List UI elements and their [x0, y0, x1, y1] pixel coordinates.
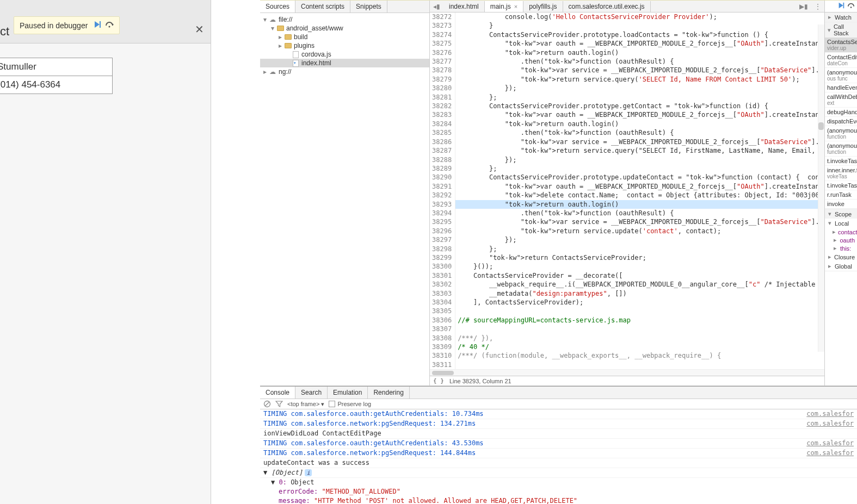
cell-phone: (014) 454-6364: [0, 76, 113, 94]
tree-label: plugins: [294, 42, 315, 49]
tree-item[interactable]: ▸ build: [260, 33, 429, 41]
callstack-frame[interactable]: ContactsServiceProvider.updateContactvid…: [825, 38, 857, 53]
svg-point-1: [109, 26, 110, 28]
app-toolbar: ct Paused in debugger ✕: [0, 0, 211, 43]
callstack-header[interactable]: ▾Call Stack: [825, 22, 857, 38]
callstack-frame[interactable]: (anonymous function)function: [825, 126, 857, 141]
callstack-frame[interactable]: t.invokeTask: [825, 157, 857, 166]
source-link[interactable]: com.salesfor: [806, 449, 854, 458]
callstack-frame[interactable]: r.runTask: [825, 190, 857, 200]
step-over-icon[interactable]: [847, 2, 855, 11]
callstack-frame[interactable]: handleEvent: [825, 83, 857, 92]
cursor-position: Line 38293, Column 21: [449, 378, 511, 384]
tree-label: file://: [279, 16, 292, 23]
tree-item[interactable]: cordova.js: [260, 50, 429, 59]
debugger-sidepanel: ▸Watch ▾Call Stack ContactsServiceProvid…: [824, 1, 857, 385]
editor-tab[interactable]: main.js×: [485, 1, 523, 12]
callstack-frame[interactable]: t.invokeTask: [825, 181, 857, 190]
table-row: pyramid.net (014) 454-6364: [0, 76, 113, 94]
debugger-controls: [825, 1, 857, 13]
source-link[interactable]: com.salesfor: [806, 439, 854, 448]
info-badge-icon: i: [305, 469, 312, 476]
vertical-scrollbar[interactable]: [818, 24, 824, 352]
tree-item[interactable]: ▾☁ file://: [260, 15, 429, 24]
scope-var[interactable]: ▸oauth: [825, 236, 857, 244]
tab-emulation[interactable]: Emulation: [328, 387, 368, 399]
svg-point-3: [850, 7, 852, 8]
scope-var[interactable]: ▸this:: [825, 244, 857, 252]
tab-snippets[interactable]: Snippets: [350, 1, 387, 13]
scope-global[interactable]: ▸Global: [825, 262, 857, 271]
tree-item[interactable]: ▸☁ ng://: [260, 67, 429, 76]
file-icon: [293, 51, 299, 58]
editor-pane: ◂▮ index.htmlmain.js×polyfills.jscom.sal…: [430, 1, 824, 385]
preserve-log-toggle[interactable]: Preserve log: [329, 401, 371, 407]
filter-icon[interactable]: [275, 400, 283, 408]
file-tree[interactable]: ▾☁ file:// ▾ android_asset/www ▸ build ▸…: [260, 13, 429, 385]
tree-item-selected[interactable]: index.html: [260, 59, 429, 67]
step-over-icon[interactable]: [105, 20, 114, 30]
cell-name: Stumuller: [0, 58, 113, 76]
callstack-frame[interactable]: invoke: [825, 200, 857, 209]
tab-console[interactable]: Console: [260, 387, 295, 399]
callstack-frame[interactable]: dispatchEvent: [825, 117, 857, 126]
frame-selector[interactable]: <top frame> ▾: [287, 401, 324, 408]
console-toolbar: <top frame> ▾ Preserve log: [260, 399, 857, 409]
tree-label: index.html: [301, 59, 331, 67]
resume-icon[interactable]: [93, 20, 102, 30]
folder-icon: [285, 34, 292, 40]
close-tab-icon[interactable]: ×: [514, 3, 517, 10]
code-area[interactable]: console.log('Hello ContactsServiceProvid…: [455, 13, 824, 369]
cloud-icon: ☁: [269, 68, 276, 76]
scope-closure[interactable]: ▸Closure: [825, 252, 857, 262]
editor-tab[interactable]: com.salesforce.util.exec.js: [563, 1, 651, 12]
clear-console-icon[interactable]: [263, 400, 271, 408]
editor-tab[interactable]: index.html: [443, 1, 485, 12]
source-link[interactable]: com.salesfor: [806, 409, 854, 419]
line-gutter: 3827238273382743827538276382773827838279…: [430, 13, 455, 369]
callstack-frame[interactable]: inner.inner.fork.onInvokeTaskvokeTas: [825, 166, 857, 181]
pretty-print-icon[interactable]: { }: [433, 377, 444, 384]
cloud-icon: ☁: [269, 16, 276, 23]
scope-header[interactable]: ▾Scope: [825, 209, 857, 219]
source-link[interactable]: com.salesfor: [806, 419, 854, 428]
code-editor[interactable]: 3827238273382743827538276382773827838279…: [430, 13, 824, 369]
watch-header[interactable]: ▸Watch: [825, 13, 857, 22]
scope-local[interactable]: ▾Local: [825, 219, 857, 228]
devtools: ▲ Consider disabling Chrome Data Saver w…: [260, 0, 857, 504]
nav-back-icon[interactable]: ◂▮: [430, 3, 443, 10]
tree-label: build: [294, 33, 307, 41]
app-title-fragment: ct: [0, 24, 9, 39]
tree-label: android_asset/www: [286, 24, 343, 32]
more-tabs-icon[interactable]: ▶▮: [796, 3, 811, 10]
callstack-frame[interactable]: ContactEditPage.savedateCon: [825, 53, 857, 68]
tab-content-scripts[interactable]: Content scripts: [295, 1, 350, 13]
resume-icon[interactable]: [837, 2, 845, 11]
scope-var[interactable]: ▸contact: [825, 228, 857, 236]
tree-item[interactable]: ▸ plugins: [260, 41, 429, 50]
tree-label: ng://: [279, 68, 291, 76]
close-icon[interactable]: ✕: [195, 23, 204, 36]
tree-item[interactable]: ▾ android_asset/www: [260, 24, 429, 33]
horizontal-scrollbar[interactable]: [430, 369, 824, 376]
tab-sources[interactable]: Sources: [260, 1, 295, 13]
callstack-frame[interactable]: debugHandleEvent: [825, 108, 857, 117]
html-file-icon: [293, 60, 299, 67]
paused-in-debugger-badge: Paused in debugger: [14, 16, 120, 34]
app-panel: ct Paused in debugger ✕ Stumuller pyrami…: [0, 0, 211, 504]
table-row: Stumuller: [0, 58, 113, 76]
callstack-frame[interactable]: (anonymous function)ous func: [825, 68, 857, 83]
console-output[interactable]: TIMING com.salesforce.oauth:getAuthCrede…: [260, 409, 857, 504]
drawer-tabbar: Console Search Emulation Rendering: [260, 387, 857, 399]
callstack-frame[interactable]: (anonymous function)function: [825, 141, 857, 157]
overflow-icon[interactable]: ⋮: [811, 3, 824, 10]
tab-search[interactable]: Search: [295, 387, 328, 399]
tab-rendering[interactable]: Rendering: [368, 387, 409, 399]
dev-main: Sources Content scripts Snippets ▾☁ file…: [260, 1, 857, 386]
callstack-frame[interactable]: callWithDebugContextext: [825, 92, 857, 108]
editor-tab[interactable]: polyfills.js: [523, 1, 563, 12]
editor-status: { } Line 38293, Column 21: [430, 376, 824, 385]
checkbox-icon[interactable]: [329, 401, 335, 407]
paused-label: Paused in debugger: [20, 21, 88, 30]
svg-line-5: [265, 402, 269, 406]
